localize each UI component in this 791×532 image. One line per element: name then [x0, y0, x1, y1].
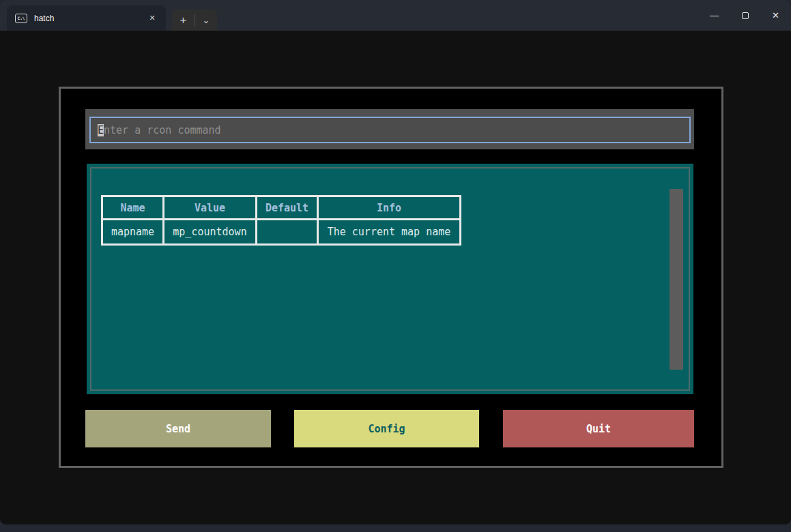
table-header-row: Name Value Default Info — [102, 196, 461, 220]
new-tab-panel: + ⌄ — [172, 10, 217, 31]
titlebar: C:\ hatch ✕ + ⌄ — ✕ — [0, 0, 791, 31]
cell-name: mapname — [102, 220, 164, 245]
cvar-table: Name Value Default Info mapname mp_count… — [101, 195, 461, 246]
terminal-window: C:\ hatch ✕ + ⌄ — ✕ Enter a rcon command — [0, 0, 791, 524]
results-panel: Name Value Default Info mapname mp_count… — [87, 164, 693, 394]
command-input-container: Enter a rcon command — [85, 109, 694, 149]
terminal-canvas: Enter a rcon command Name Value Default … — [0, 31, 791, 524]
column-header-default: Default — [257, 196, 318, 220]
column-header-value: Value — [164, 196, 257, 220]
new-tab-button[interactable]: + — [172, 14, 195, 27]
close-button[interactable]: ✕ — [760, 0, 791, 31]
rcon-app-frame: Enter a rcon command Name Value Default … — [59, 87, 723, 468]
tab-hatch[interactable]: C:\ hatch ✕ — [7, 5, 166, 31]
send-button[interactable]: Send — [85, 410, 271, 447]
column-header-name: Name — [102, 196, 164, 220]
column-header-info: Info — [318, 196, 461, 220]
text-cursor: E — [98, 124, 104, 136]
maximize-icon — [742, 12, 749, 19]
cell-default — [257, 220, 318, 245]
window-controls: — ✕ — [699, 0, 791, 31]
tab-close-icon[interactable]: ✕ — [145, 12, 159, 25]
command-prompt-icon: C:\ — [15, 14, 27, 23]
quit-button[interactable]: Quit — [503, 410, 694, 447]
minimize-button[interactable]: — — [699, 0, 730, 31]
config-button[interactable]: Config — [294, 410, 479, 447]
tab-title: hatch — [34, 14, 54, 23]
cell-info: The current map name — [318, 220, 461, 245]
input-placeholder: nter a rcon command — [104, 124, 221, 136]
maximize-button[interactable] — [730, 0, 760, 31]
scrollbar-thumb[interactable] — [670, 189, 683, 370]
table-row[interactable]: mapname mp_countdown The current map nam… — [102, 220, 461, 245]
rcon-command-input[interactable]: Enter a rcon command — [89, 117, 691, 143]
cell-value: mp_countdown — [164, 220, 257, 245]
chevron-down-icon[interactable]: ⌄ — [195, 15, 217, 25]
